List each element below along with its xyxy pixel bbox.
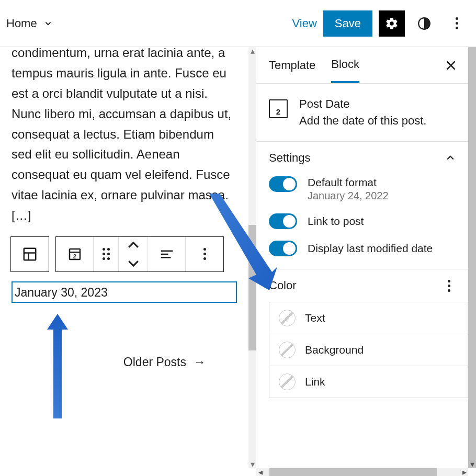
block-title: Post Date	[299, 97, 426, 111]
color-swatch-icon	[279, 342, 296, 358]
color-swatch-icon	[279, 310, 296, 326]
post-excerpt[interactable]: condimentum, urna erat lacinia ante, a t…	[12, 47, 237, 226]
toggle-default-format[interactable]	[269, 176, 297, 192]
setting-link-to-post: Link to post	[269, 213, 456, 229]
older-posts-link[interactable]: Older Posts →	[12, 355, 237, 369]
save-button[interactable]: Save	[323, 10, 372, 37]
align-button[interactable]	[148, 237, 186, 271]
close-icon[interactable]	[444, 59, 458, 72]
block-info-card: 2 Post Date Add the date of this post.	[256, 84, 468, 142]
editor-content[interactable]: condimentum, urna erat lacinia ante, a t…	[0, 47, 248, 468]
block-description: Add the date of this post.	[299, 114, 426, 128]
sidebar-scrollbar-vertical[interactable]	[468, 47, 476, 468]
color-item-background[interactable]: Background	[269, 334, 468, 366]
setting-default-format: Default format January 24, 2022	[269, 176, 456, 202]
scroll-left-icon[interactable]: ◂	[256, 468, 264, 476]
settings-panel: Settings Default format January 24, 2022…	[256, 142, 468, 269]
setting-display-last-modified: Display last modified date	[269, 241, 456, 256]
kebab-icon	[450, 17, 463, 29]
move-buttons[interactable]	[119, 237, 148, 271]
block-more-button[interactable]	[186, 237, 223, 271]
view-link[interactable]: View	[292, 17, 317, 30]
settings-button[interactable]	[379, 10, 405, 37]
chevron-up-icon	[445, 153, 456, 163]
editor-canvas-pane: condimentum, urna erat lacinia ante, a t…	[0, 47, 256, 476]
align-left-icon	[159, 246, 175, 262]
svg-text:2: 2	[73, 253, 76, 259]
color-label: Link	[305, 376, 325, 388]
sidebar-tabs: Template Block	[256, 47, 468, 84]
date-icon: 2	[67, 246, 83, 262]
post-date-value: January 30, 2023	[15, 286, 108, 299]
block-type-button[interactable]: 2	[56, 237, 94, 271]
color-swatch-icon	[279, 373, 296, 390]
color-item-link[interactable]: Link	[269, 366, 468, 398]
post-date-block[interactable]: January 30, 2023	[12, 281, 237, 303]
home-breadcrumb[interactable]: Home	[6, 17, 53, 30]
color-item-text[interactable]: Text	[269, 302, 468, 334]
setting-sublabel: January 24, 2022	[308, 190, 389, 202]
scrollbar-thumb[interactable]	[248, 225, 256, 350]
color-panel-header[interactable]: Color	[256, 269, 468, 302]
svg-rect-1	[24, 248, 36, 260]
color-panel-title: Color	[269, 279, 297, 292]
home-label: Home	[6, 17, 37, 30]
styles-button[interactable]	[411, 10, 437, 37]
parent-block-button[interactable]	[11, 237, 49, 271]
color-label: Text	[305, 312, 325, 324]
tab-template[interactable]: Template	[269, 47, 315, 83]
toggle-display-last-modified[interactable]	[269, 241, 297, 256]
scroll-right-icon[interactable]: ▸	[460, 468, 468, 476]
kebab-icon	[198, 248, 211, 260]
arrow-right-icon: →	[194, 355, 206, 369]
gear-icon	[385, 17, 399, 30]
drag-icon	[103, 248, 110, 260]
color-list: Text Background Link	[269, 302, 468, 398]
top-header: Home View Save	[0, 0, 476, 47]
older-posts-label: Older Posts	[123, 355, 186, 369]
drag-handle[interactable]	[94, 237, 119, 271]
kebab-icon[interactable]	[442, 280, 456, 292]
chevron-up-icon	[126, 237, 141, 253]
header-actions: View Save	[292, 10, 470, 37]
scrollbar-thumb[interactable]	[269, 468, 437, 476]
sidebar-scrollbar-horizontal[interactable]	[256, 468, 468, 476]
post-date-icon: 2	[269, 99, 288, 118]
setting-label: Default format	[308, 176, 389, 189]
contrast-icon	[417, 17, 431, 30]
color-label: Background	[305, 344, 364, 356]
settings-panel-header[interactable]: Settings	[256, 142, 468, 174]
layout-icon	[22, 246, 38, 262]
setting-label: Link to post	[308, 215, 364, 228]
editor-scrollbar-vertical[interactable]: ▴ ▾	[248, 47, 256, 468]
color-panel: Color Text Background Link	[256, 269, 468, 398]
scroll-down-icon[interactable]: ▾	[468, 460, 476, 468]
tab-block[interactable]: Block	[331, 47, 359, 83]
chevron-down-icon	[126, 255, 141, 271]
setting-label: Display last modified date	[308, 242, 433, 255]
more-options-button[interactable]	[444, 10, 470, 37]
toggle-link-to-post[interactable]	[269, 213, 297, 229]
chevron-down-icon	[43, 19, 53, 28]
scroll-up-icon[interactable]: ▴	[248, 47, 256, 55]
scroll-down-icon[interactable]: ▾	[248, 460, 256, 468]
settings-sidebar: Template Block 2 Post Date Add the date …	[256, 47, 476, 476]
block-toolbar: 2	[10, 236, 237, 272]
settings-panel-title: Settings	[269, 151, 311, 165]
